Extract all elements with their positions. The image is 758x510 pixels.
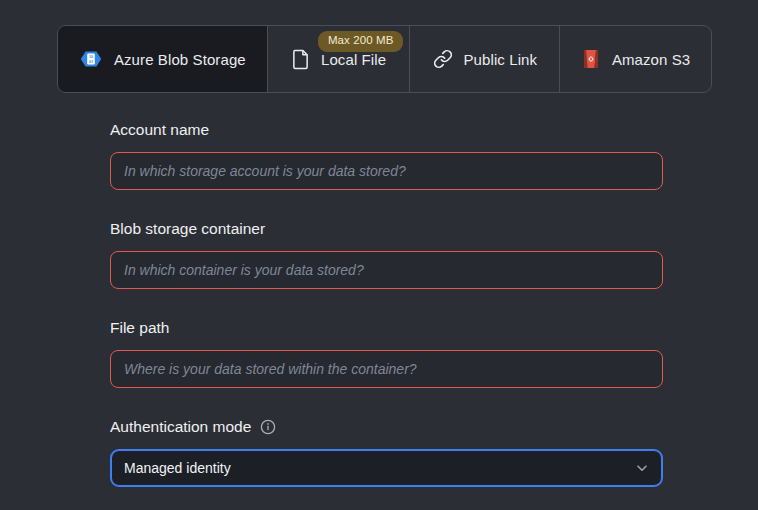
file-path-input[interactable] bbox=[110, 350, 663, 388]
authentication-mode-select[interactable]: Managed identity bbox=[110, 449, 663, 487]
azure-blob-form: Account name Blob storage container File… bbox=[110, 121, 663, 487]
link-icon bbox=[433, 49, 453, 69]
authentication-mode-label: Authentication mode bbox=[110, 418, 663, 436]
file-icon bbox=[291, 49, 310, 70]
tab-label: Local File bbox=[321, 51, 386, 68]
tab-azure-blob-storage[interactable]: 10 01 Azure Blob Storage bbox=[58, 26, 268, 92]
authentication-mode-label-text: Authentication mode bbox=[110, 418, 251, 436]
file-path-label: File path bbox=[110, 319, 663, 337]
blob-container-label: Blob storage container bbox=[110, 220, 663, 238]
data-source-tabbar: 10 01 Azure Blob Storage Max 200 MB Loca… bbox=[57, 25, 712, 93]
tab-label: Amazon S3 bbox=[612, 51, 690, 68]
account-name-label: Account name bbox=[110, 121, 663, 139]
account-name-input[interactable] bbox=[110, 152, 663, 190]
blob-container-input[interactable] bbox=[110, 251, 663, 289]
svg-text:01: 01 bbox=[89, 60, 93, 64]
authentication-mode-value: Managed identity bbox=[124, 460, 231, 476]
max-size-badge: Max 200 MB bbox=[318, 31, 404, 52]
tab-label: Azure Blob Storage bbox=[114, 51, 246, 68]
s3-icon bbox=[581, 48, 601, 70]
tab-amazon-s3[interactable]: Amazon S3 bbox=[560, 26, 711, 92]
tab-label: Public Link bbox=[464, 51, 538, 68]
tab-local-file[interactable]: Max 200 MB Local File bbox=[268, 26, 411, 92]
chevron-down-icon bbox=[635, 461, 649, 475]
tab-public-link[interactable]: Public Link bbox=[410, 26, 560, 92]
info-icon[interactable] bbox=[260, 419, 276, 435]
azure-blob-icon: 10 01 bbox=[79, 47, 103, 71]
data-source-panel: 10 01 Azure Blob Storage Max 200 MB Loca… bbox=[0, 0, 758, 510]
